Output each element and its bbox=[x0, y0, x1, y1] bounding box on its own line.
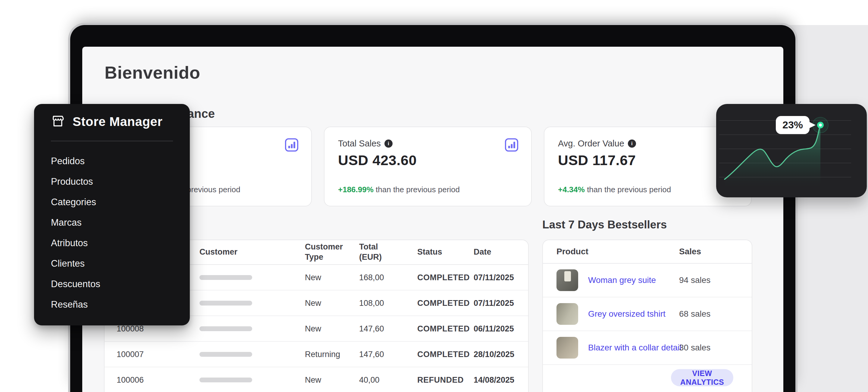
storefront-icon bbox=[51, 114, 65, 129]
bar-chart-icon bbox=[285, 138, 299, 152]
stat-label: Avg. Order Value i bbox=[558, 139, 636, 149]
growth-chart-card: 23% bbox=[716, 104, 867, 198]
sidebar-menu: Pedidos Productos Categories Marcas Atri… bbox=[51, 151, 100, 315]
product-sales: 94 sales bbox=[679, 275, 710, 285]
column-header-total: Total (EUR) bbox=[359, 242, 392, 263]
order-date: 07/11/2025 bbox=[474, 298, 514, 308]
order-date: 28/10/2025 bbox=[474, 350, 514, 359]
order-row: 100007 Returning 147,60 COMPLETED 28/10/… bbox=[104, 342, 528, 367]
stat-delta-fragment: previous period bbox=[187, 185, 241, 194]
sidebar-item-categories[interactable]: Categories bbox=[51, 192, 100, 212]
product-link[interactable]: Woman grey suite bbox=[588, 275, 656, 285]
sidebar-item-pedidos[interactable]: Pedidos bbox=[51, 151, 100, 172]
sidebar-divider bbox=[51, 141, 173, 141]
sidebar-item-clientes[interactable]: Clientes bbox=[51, 253, 100, 274]
customer-name-placeholder bbox=[199, 275, 252, 280]
stat-card-total-sales: Total Sales i USD 423.60 +186.99% than t… bbox=[324, 126, 532, 206]
order-row: 100006 New 40,00 REFUNDED 14/08/2025 bbox=[104, 367, 528, 392]
order-total: 147,60 bbox=[359, 324, 392, 333]
bestseller-row: Grey oversized tshirt 68 sales bbox=[543, 297, 752, 331]
marketing-canvas: { "header": { "title": "Bienvenido" }, "… bbox=[0, 0, 868, 392]
stat-delta-suffix: than the previous period bbox=[374, 185, 460, 194]
stat-delta-percent: +4.34% bbox=[558, 185, 585, 194]
order-status: REFUNDED bbox=[417, 375, 464, 385]
bestsellers-footer: VIEW ANALYTICS bbox=[543, 365, 752, 392]
bestsellers-panel: Product Sales Woman grey suite 94 sales … bbox=[542, 240, 752, 392]
order-date: 06/11/2025 bbox=[474, 324, 514, 333]
customer-name-placeholder bbox=[199, 326, 252, 331]
stat-label-text: Total Sales bbox=[338, 139, 381, 149]
customer-name-placeholder bbox=[199, 378, 252, 382]
order-status: COMPLETED bbox=[417, 298, 470, 308]
bestseller-row: Woman grey suite 94 sales bbox=[543, 264, 752, 297]
chart-tooltip: 23% bbox=[776, 116, 815, 134]
order-status: COMPLETED bbox=[417, 273, 470, 282]
product-sales: 30 sales bbox=[679, 343, 710, 353]
order-total: 40,00 bbox=[359, 375, 392, 385]
sidebar-title: Store Manager bbox=[72, 115, 162, 129]
order-total: 108,00 bbox=[359, 298, 392, 308]
growth-chart: 23% bbox=[716, 104, 867, 198]
product-image[interactable] bbox=[556, 303, 578, 325]
order-number-link[interactable]: 100007 bbox=[117, 350, 144, 359]
sidebar-item-productos[interactable]: Productos bbox=[51, 172, 100, 192]
customer-name-placeholder bbox=[199, 352, 252, 357]
order-status: COMPLETED bbox=[417, 324, 470, 333]
stat-delta-percent: +186.99% bbox=[338, 185, 374, 194]
order-customer-type: New bbox=[305, 298, 346, 308]
product-image[interactable] bbox=[556, 337, 578, 359]
sidebar-item-resenas[interactable]: Reseñas bbox=[51, 294, 100, 315]
product-link[interactable]: Grey oversized tshirt bbox=[588, 309, 665, 319]
bar-chart-icon bbox=[505, 138, 519, 152]
order-date: 14/08/2025 bbox=[474, 375, 514, 385]
chart-tooltip-value: 23% bbox=[782, 119, 803, 130]
order-customer-type: New bbox=[305, 273, 346, 282]
product-image[interactable] bbox=[556, 269, 578, 291]
column-header-sales: Sales bbox=[679, 247, 701, 257]
stat-delta: +4.34% than the previous period bbox=[558, 185, 671, 194]
stat-value: USD 117.67 bbox=[558, 152, 636, 169]
order-total: 147,60 bbox=[359, 350, 392, 359]
order-customer-type: New bbox=[305, 375, 346, 385]
order-customer-type: Returning bbox=[305, 350, 346, 359]
store-manager-sidebar: Store Manager Pedidos Productos Categori… bbox=[34, 104, 190, 325]
bestsellers-heading: Last 7 Days Bestsellers bbox=[542, 218, 667, 231]
column-header-status: Status bbox=[417, 247, 442, 257]
stat-value: USD 423.60 bbox=[338, 152, 417, 169]
bestsellers-header: Product Sales bbox=[543, 240, 752, 264]
info-icon[interactable]: i bbox=[384, 140, 393, 148]
order-total: 168,00 bbox=[359, 273, 392, 282]
stat-label-text: Avg. Order Value bbox=[558, 139, 624, 149]
column-header-customer: Customer bbox=[199, 247, 238, 257]
column-header-date: Date bbox=[474, 247, 491, 257]
product-sales: 68 sales bbox=[679, 309, 710, 319]
order-status: COMPLETED bbox=[417, 350, 470, 359]
order-customer-type: New bbox=[305, 324, 346, 333]
customer-name-placeholder bbox=[199, 301, 252, 305]
sidebar-item-descuentos[interactable]: Descuentos bbox=[51, 274, 100, 294]
order-date: 07/11/2025 bbox=[474, 273, 514, 282]
product-link[interactable]: Blazer with a collar detail bbox=[588, 343, 682, 353]
stat-delta-suffix: than the previous period bbox=[585, 185, 671, 194]
background-panel bbox=[789, 25, 868, 392]
column-header-customer-type: Customer Type bbox=[305, 242, 346, 263]
sidebar-header: Store Manager bbox=[51, 114, 162, 129]
order-number-link[interactable]: 100006 bbox=[117, 375, 144, 385]
sidebar-item-atributos[interactable]: Atributos bbox=[51, 233, 100, 253]
page-title: Bienvenido bbox=[104, 62, 200, 83]
sidebar-item-marcas[interactable]: Marcas bbox=[51, 212, 100, 233]
view-analytics-button[interactable]: VIEW ANALYTICS bbox=[671, 369, 733, 386]
stat-delta: +186.99% than the previous period bbox=[338, 185, 460, 194]
bestseller-row: Blazer with a collar detail 30 sales bbox=[543, 331, 752, 365]
info-icon[interactable]: i bbox=[628, 140, 636, 148]
stat-label: Total Sales i bbox=[338, 139, 393, 149]
column-header-product: Product bbox=[556, 247, 588, 257]
